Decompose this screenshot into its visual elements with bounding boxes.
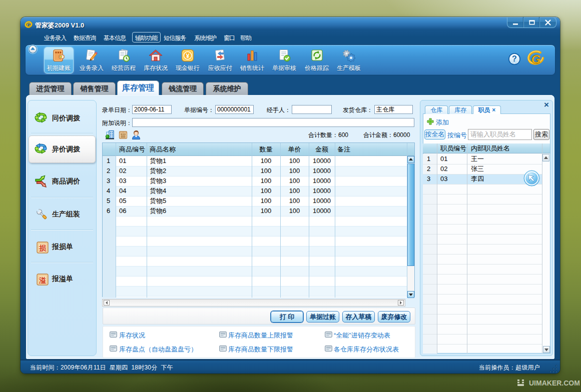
svg-text:G: G <box>27 22 31 28</box>
svg-text:损: 损 <box>39 244 47 252</box>
svg-text:¥: ¥ <box>186 52 190 60</box>
svg-text:?: ? <box>512 54 517 63</box>
svg-text:G: G <box>531 52 541 66</box>
svg-text:溢: 溢 <box>39 276 46 284</box>
